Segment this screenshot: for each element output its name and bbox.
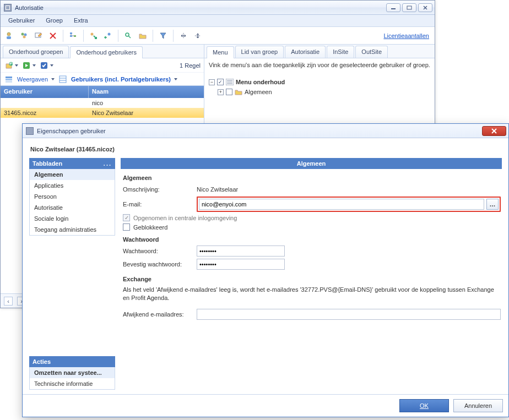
tree-label: Algemeen [245, 89, 272, 95]
svg-point-8 [23, 35, 26, 38]
sidebar-item-persoon[interactable]: Persoon [30, 191, 115, 202]
col-naam[interactable]: Naam [89, 86, 204, 98]
license-counts-link[interactable]: Licentieaantallen [383, 32, 431, 39]
chevron-down-icon[interactable] [51, 78, 55, 80]
titlebar[interactable]: Eigenschappen gebruiker [23, 124, 508, 138]
maximize-button[interactable] [402, 3, 416, 12]
tab-outsite[interactable]: OutSite [355, 46, 388, 58]
menu-gebruiker[interactable]: Gebruiker [3, 15, 40, 26]
svg-rect-12 [70, 32, 72, 34]
menu-groep[interactable]: Groep [40, 15, 68, 26]
titlebar[interactable]: Autorisatie [1, 1, 435, 15]
separator [153, 30, 153, 42]
prev-button[interactable]: ‹ [4, 297, 13, 306]
tab-onderhoud-gebruikers[interactable]: Onderhoud gebruikers [70, 46, 142, 58]
new-user-icon[interactable] [4, 30, 16, 42]
svg-line-18 [128, 36, 131, 38]
tab-autorisatie[interactable]: Autorisatie [285, 46, 326, 58]
go-dropdown[interactable] [21, 61, 36, 70]
expand-icon[interactable]: + [218, 89, 224, 95]
checkbox-label: Opgenomen in centrale inlogomgeving [133, 215, 237, 221]
side-header-acties[interactable]: Acties [29, 356, 115, 367]
sidebar-item-sociale-login[interactable]: Sociale login [30, 213, 115, 224]
check-dropdown[interactable] [39, 61, 53, 70]
checkbox-icon[interactable] [123, 223, 130, 231]
expand-vertical-icon[interactable] [192, 30, 204, 42]
email-browse-button[interactable]: … [486, 199, 499, 210]
grid-body: nico 31465.nicoz Nico Zwitselaar [1, 98, 204, 118]
find-users-icon[interactable] [122, 30, 134, 42]
action-technische-informatie[interactable]: Technische informatie [30, 378, 115, 389]
col-gebruiker[interactable]: Gebruiker [1, 86, 89, 98]
svg-point-16 [108, 32, 111, 35]
label-bevestig-wachtwoord: Bevestig wachtwoord: [122, 261, 197, 268]
email-input[interactable] [199, 199, 484, 210]
sidebar-item-toegang-administraties[interactable]: Toegang administraties [30, 224, 115, 235]
tab-onderhoud-groepen[interactable]: Onderhoud groepen [3, 46, 69, 58]
checkbox-opgenomen: ✓ Opgenomen in centrale inlogomgeving [122, 214, 501, 221]
more-icon[interactable]: ... [104, 160, 112, 167]
confirm-password-input[interactable] [197, 259, 285, 270]
link-user-icon[interactable] [88, 30, 100, 42]
svg-rect-28 [59, 76, 66, 83]
svg-point-4 [7, 32, 10, 36]
password-input[interactable] [197, 246, 285, 257]
ok-button[interactable]: OK [399, 399, 449, 412]
dialog-title: Eigenschappen gebruiker [37, 128, 106, 134]
new-dropdown[interactable]: ✚ [4, 61, 18, 70]
value-omschrijving: Nico Zwitselaar [197, 186, 501, 193]
table-row[interactable]: nico [1, 98, 204, 108]
tree-row-root[interactable]: − ✓ Menu onderhoud [209, 77, 430, 87]
svg-point-6 [21, 32, 24, 35]
edit-icon[interactable] [33, 30, 45, 42]
views-icon [4, 74, 14, 84]
sidebar-item-algemeen[interactable]: Algemeen [30, 169, 115, 180]
separator [173, 30, 174, 42]
tab-menu[interactable]: Menu [207, 46, 234, 58]
tab-insite[interactable]: InSite [327, 46, 354, 58]
help-text: Vink de menu's aan die toegankelijk zijn… [204, 58, 435, 75]
checkbox[interactable]: ✓ [217, 79, 224, 85]
action-omzetten[interactable]: Omzetten naar systee... [30, 367, 115, 378]
separator [83, 30, 84, 42]
tree-label: Menu onderhoud [236, 79, 285, 85]
folder-icon[interactable] [137, 30, 149, 42]
users-icon[interactable] [18, 30, 30, 42]
app-icon [4, 4, 12, 12]
menu-icon [226, 79, 234, 85]
cancel-button[interactable]: Annuleren [453, 399, 503, 412]
chevron-down-icon[interactable] [174, 78, 177, 80]
actions-list: Omzetten naar systee... Technische infor… [29, 367, 115, 390]
collapse-icon[interactable]: − [209, 79, 215, 85]
svg-text:✚: ✚ [10, 62, 13, 66]
side-header-tabbladen[interactable]: Tabbladen ... [29, 158, 115, 169]
folder-icon [235, 89, 242, 95]
close-button[interactable] [418, 3, 432, 12]
cell-gebruiker: 31465.nicoz [1, 108, 89, 117]
user-in-icon[interactable] [102, 30, 114, 42]
svg-rect-0 [391, 8, 396, 9]
view-current[interactable]: Gebruikers (incl. Portalgebruikers) [71, 76, 171, 83]
checkbox-geblokkeerd[interactable]: Geblokkeerd [122, 223, 501, 231]
checkbox[interactable] [226, 89, 232, 95]
tree-icon[interactable] [67, 30, 79, 42]
tab-lid-van-groep[interactable]: Lid van groep [235, 46, 284, 58]
close-button[interactable] [482, 126, 506, 136]
afwijkend-email-input[interactable] [197, 309, 501, 320]
delete-icon[interactable] [47, 30, 59, 42]
user-identity: Nico Zwitselaar (31465.nicoz) [29, 144, 502, 158]
tree-row-child[interactable]: + Algemeen [209, 87, 430, 97]
expand-horizontal-icon[interactable] [177, 30, 189, 42]
sidebar-item-applicaties[interactable]: Applicaties [30, 180, 115, 191]
separator [118, 30, 118, 42]
svg-rect-14 [74, 35, 76, 37]
content-header: Algemeen [121, 158, 502, 169]
views-label[interactable]: Weergaven [17, 76, 48, 83]
ok-label: OK [420, 402, 429, 409]
sidebar-item-autorisatie[interactable]: Autorisatie [30, 202, 115, 213]
minimize-button[interactable] [386, 3, 400, 12]
menu-extra[interactable]: Extra [68, 15, 94, 26]
table-row[interactable]: 31465.nicoz Nico Zwitselaar [1, 108, 204, 118]
svg-rect-13 [70, 35, 72, 37]
filter-icon[interactable] [157, 30, 169, 42]
